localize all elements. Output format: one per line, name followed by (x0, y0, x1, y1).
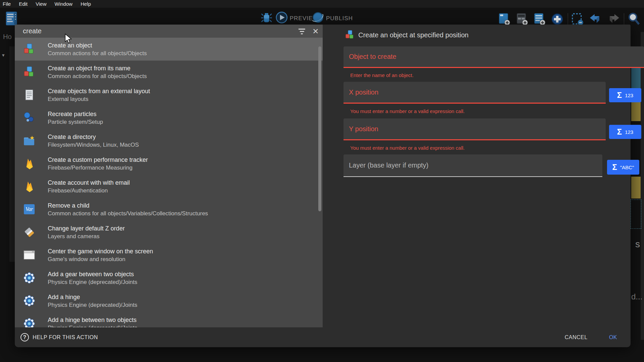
action-title: Add a hinge between two objects (48, 316, 137, 324)
firebase-icon (22, 180, 36, 193)
y-position-field[interactable]: Y position (344, 118, 606, 140)
cubes-icon (345, 30, 355, 40)
list-scrollbar-thumb[interactable] (318, 46, 321, 211)
add-comment-icon[interactable] (551, 13, 564, 26)
expression-type-label: "ABC" (620, 165, 634, 170)
cubes-icon (22, 65, 36, 79)
list-item-remove-a-child[interactable]: Var Remove a child Common actions for al… (15, 198, 323, 221)
sigma-icon: Σ (612, 162, 617, 172)
document-icon (22, 88, 36, 102)
add-group-icon[interactable] (516, 13, 528, 26)
menu-view[interactable]: View (32, 1, 50, 7)
action-category: Common actions for all objects/Objects (48, 50, 147, 57)
field-placeholder: Layer (base layer if empty) (349, 154, 429, 176)
action-header: Create an object at specified position (323, 25, 631, 45)
x-position-field[interactable]: X position (344, 82, 606, 104)
list-item-external-layout[interactable]: Create objects from an external layout E… (15, 83, 323, 106)
chevron-down-icon[interactable]: ▾ (2, 52, 5, 58)
list-item-add-hinge-two-objects[interactable]: Add a hinge between two objects Physics … (15, 312, 323, 327)
publish-button[interactable]: PUBLISH (326, 15, 353, 22)
menu-file[interactable]: File (0, 1, 15, 7)
add-object-icon[interactable] (498, 13, 511, 26)
filter-icon[interactable] (297, 27, 307, 36)
field-helper-text: Enter the name of an object. (350, 72, 413, 78)
background-selection-outline (631, 200, 641, 229)
expression-type-label: 123 (625, 129, 633, 135)
action-category: Physics Engine (deprecated)/Joints (48, 279, 137, 286)
background-text-fragment: d... (631, 292, 642, 301)
undo-icon[interactable] (589, 13, 602, 25)
list-item-create-directory[interactable]: Create a directory Filesystem/Windows, L… (15, 129, 323, 152)
background-panel-edge (9, 46, 15, 262)
field-error-text: You must enter a number or a valid expre… (350, 108, 465, 114)
project-manager-icon[interactable] (5, 11, 17, 26)
redo-icon[interactable] (607, 13, 620, 25)
list-item-create-from-name[interactable]: Create an object from its name Common ac… (15, 61, 323, 83)
choose-action-dialog: create ✕ Create an object Common actions… (15, 25, 631, 347)
list-item-performance-tracker[interactable]: Create a custom performance tracker Fire… (15, 152, 323, 175)
x-expression-button[interactable]: Σ 123 (609, 88, 641, 102)
folder-icon (22, 134, 36, 147)
ok-button[interactable]: OK (609, 334, 617, 340)
window-icon (22, 248, 36, 262)
list-item-create-an-object[interactable]: Create an object Common actions for all … (15, 38, 323, 61)
search-icon[interactable] (628, 12, 640, 26)
particles-icon (22, 111, 36, 124)
action-title: Change layer default Z order (48, 225, 125, 232)
search-bar: create ✕ (15, 25, 323, 38)
sigma-icon: Σ (617, 90, 622, 100)
action-category: Firebase/Performance Measuring (48, 164, 148, 171)
layer-field[interactable]: Layer (base layer if empty) (344, 154, 602, 177)
cubes-icon (22, 42, 36, 56)
action-title: Create a directory (48, 133, 139, 141)
gear-icon (22, 317, 36, 327)
help-button[interactable]: ? HELP FOR THIS ACTION (21, 333, 98, 341)
action-category: External layouts (48, 96, 150, 103)
action-result-list: Create an object Common actions for all … (15, 38, 323, 327)
list-item-layer-z-order[interactable]: Change layer default Z order Layers and … (15, 221, 323, 244)
action-title: Create account with with email (48, 179, 130, 186)
y-expression-button[interactable]: Σ 123 (609, 125, 641, 139)
list-item-center-game-window[interactable]: Center the game window on the screen Gam… (15, 244, 323, 266)
field-error-text: You must enter a number or a valid expre… (350, 145, 465, 151)
action-search-panel: create ✕ Create an object Common actions… (15, 25, 323, 327)
debug-icon[interactable] (261, 12, 272, 24)
menu-window[interactable]: Window (50, 1, 76, 7)
search-input[interactable]: create (23, 25, 42, 38)
layer-expression-button[interactable]: Σ "ABC" (607, 160, 639, 175)
list-item-add-gear[interactable]: Add a gear between two objects Physics E… (15, 266, 323, 289)
menu-edit[interactable]: Edit (15, 1, 32, 7)
variable-icon: Var (22, 203, 36, 216)
action-category: Particle system/Setup (48, 118, 103, 125)
background-object-olive (631, 177, 641, 198)
add-external-icon[interactable] (571, 13, 584, 26)
close-icon[interactable]: ✕ (310, 26, 321, 37)
field-placeholder: X position (349, 82, 378, 103)
action-title: Create an object from its name (48, 65, 147, 72)
expression-type-label: 123 (625, 93, 633, 98)
action-title: Create a custom performance tracker (48, 156, 148, 164)
menu-help[interactable]: Help (77, 1, 95, 7)
cancel-button[interactable]: CANCEL (565, 334, 588, 340)
eraser-icon (22, 225, 36, 239)
action-title: Center the game window on the screen (48, 248, 153, 255)
add-event-icon[interactable] (534, 13, 546, 26)
action-category: Common actions for all objects/Objects (48, 73, 147, 80)
field-placeholder: Object to create (349, 46, 396, 67)
home-tab[interactable]: Ho (3, 33, 12, 41)
action-category: Firebase/Authentication (48, 187, 130, 194)
sigma-icon: Σ (617, 127, 622, 137)
object-to-create-field[interactable]: Object to create (344, 46, 644, 68)
list-item-create-account-email[interactable]: Create account with with email Firebase/… (15, 175, 323, 198)
action-category: Physics Engine (deprecated)/Joints (48, 324, 137, 328)
preview-play-icon[interactable] (276, 11, 288, 24)
publish-globe-icon[interactable] (311, 11, 325, 24)
field-placeholder: Y position (349, 118, 378, 139)
list-item-add-hinge[interactable]: Add a hinge Physics Engine (deprecated)/… (15, 289, 323, 312)
menu-bar: File Edit View Window Help (0, 0, 644, 8)
action-title: Recreate particles (48, 110, 103, 118)
firebase-icon (22, 157, 36, 170)
list-item-recreate-particles[interactable]: Recreate particles Particle system/Setup (15, 106, 323, 129)
gear-icon (22, 294, 36, 307)
action-category: Physics Engine (deprecated)/Joints (48, 301, 137, 309)
